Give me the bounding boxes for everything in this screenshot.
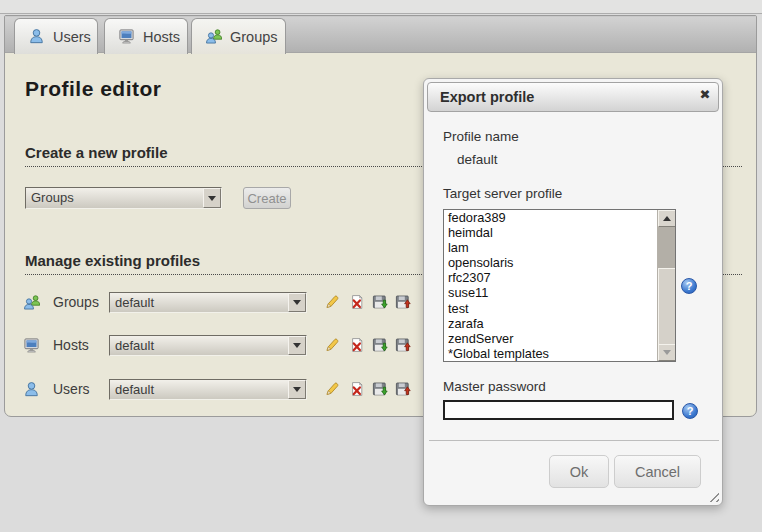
tab-users[interactable]: Users [14, 18, 98, 54]
row-label: Groups [53, 292, 99, 313]
profile-row-hosts: Hosts default [5, 335, 425, 357]
export-profile-dialog: Export profile ✖ Profile name default Ta… [423, 78, 723, 506]
row-label: Users [53, 379, 90, 400]
list-option[interactable]: zendServer [444, 331, 675, 346]
chevron-down-icon [293, 343, 301, 348]
close-icon: ✖ [700, 87, 711, 102]
list-option[interactable]: heimdal [444, 225, 675, 240]
help-icon[interactable]: ? [682, 403, 698, 419]
browser-chrome-strip [0, 0, 762, 14]
export-profile-icon[interactable] [395, 381, 411, 397]
hosts-profile-select-value: default [110, 336, 288, 355]
select-arrow-button[interactable] [288, 336, 306, 355]
scrollbar-down-button[interactable] [658, 344, 676, 361]
users-profile-select-value: default [110, 380, 288, 399]
row-label: Hosts [53, 335, 89, 356]
tab-hosts-label: Hosts [143, 29, 180, 45]
create-button[interactable]: Create [243, 187, 291, 209]
host-icon [23, 337, 40, 354]
select-arrow-button[interactable] [288, 293, 306, 312]
tab-bar: Users Hosts Groups [5, 16, 756, 53]
list-option[interactable]: *Global templates [444, 346, 675, 361]
chevron-down-icon [293, 387, 301, 392]
tab-users-label: Users [53, 29, 91, 45]
groups-profile-select[interactable]: default [109, 292, 307, 313]
dialog-resize-handle[interactable] [706, 489, 719, 502]
edit-profile-icon[interactable] [324, 381, 340, 397]
master-password-input[interactable] [443, 400, 674, 420]
lam-profile-editor-screen: Users Hosts Groups Profile editor Create… [0, 0, 762, 532]
target-server-label: Target server profile [443, 186, 562, 201]
triangle-up-icon [663, 216, 671, 221]
list-option[interactable]: rfc2307 [444, 270, 675, 285]
account-type-select-value: Groups [26, 188, 203, 208]
users-profile-select[interactable]: default [109, 379, 307, 400]
list-option[interactable]: opensolaris [444, 255, 675, 270]
question-mark-glyph: ? [686, 280, 693, 292]
select-arrow-button[interactable] [203, 188, 221, 208]
edit-profile-icon[interactable] [324, 294, 340, 310]
group-icon [23, 294, 40, 311]
list-option[interactable]: lam [444, 240, 675, 255]
ok-button[interactable]: Ok [549, 455, 609, 488]
listbox-scrollbar[interactable] [657, 210, 675, 361]
import-profile-icon[interactable] [372, 337, 388, 353]
groups-profile-select-value: default [110, 293, 288, 312]
chevron-down-icon [293, 300, 301, 305]
user-icon [28, 28, 45, 45]
tab-groups[interactable]: Groups [191, 18, 286, 54]
chevron-down-icon [208, 196, 216, 201]
edit-profile-icon[interactable] [324, 337, 340, 353]
question-mark-glyph: ? [687, 405, 694, 417]
tab-groups-label: Groups [230, 29, 278, 45]
button-pane-divider [429, 440, 719, 441]
dialog-titlebar[interactable]: Export profile [427, 82, 719, 112]
profile-name-label: Profile name [443, 129, 519, 144]
export-profile-icon[interactable] [395, 294, 411, 310]
group-icon [205, 28, 222, 45]
dialog-close-button[interactable]: ✖ [694, 83, 716, 105]
triangle-down-icon [663, 350, 671, 355]
host-icon [118, 28, 135, 45]
list-option[interactable]: fedora389 [444, 210, 675, 225]
target-server-listbox[interactable]: fedora389 heimdal lam opensolaris rfc230… [443, 209, 676, 362]
scrollbar-thumb[interactable] [658, 268, 676, 348]
list-option[interactable]: zarafa [444, 316, 675, 331]
import-profile-icon[interactable] [372, 381, 388, 397]
profile-row-users: Users default [5, 379, 425, 401]
import-profile-icon[interactable] [372, 294, 388, 310]
page-title: Profile editor [25, 77, 162, 101]
list-option[interactable]: test [444, 301, 675, 316]
master-password-label: Master password [443, 379, 546, 394]
account-type-select[interactable]: Groups [25, 187, 222, 209]
delete-profile-icon[interactable] [349, 294, 365, 310]
help-icon[interactable]: ? [681, 278, 697, 294]
select-arrow-button[interactable] [288, 380, 306, 399]
scrollbar-up-button[interactable] [658, 210, 676, 227]
list-option[interactable]: suse11 [444, 285, 675, 300]
delete-profile-icon[interactable] [349, 381, 365, 397]
cancel-button[interactable]: Cancel [614, 455, 701, 488]
profile-name-value: default [457, 152, 498, 167]
tab-hosts[interactable]: Hosts [104, 18, 188, 54]
profile-row-groups: Groups default [5, 292, 425, 314]
delete-profile-icon[interactable] [349, 337, 365, 353]
user-icon [23, 381, 40, 398]
scrollbar-track[interactable] [658, 227, 676, 268]
export-profile-icon[interactable] [395, 337, 411, 353]
dialog-title: Export profile [428, 89, 534, 105]
hosts-profile-select[interactable]: default [109, 335, 307, 356]
